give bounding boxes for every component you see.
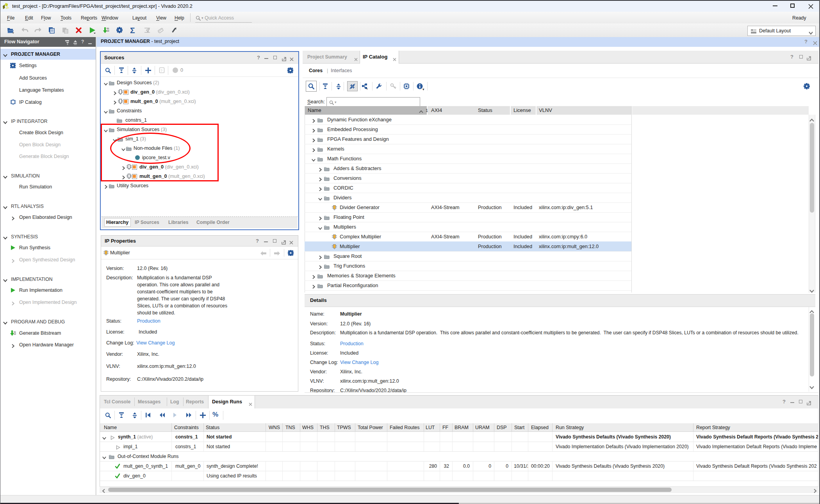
svg-text:10: 10 — [14, 333, 16, 335]
svg-text:?: ? — [160, 69, 162, 73]
svg-text:10: 10 — [107, 30, 109, 32]
